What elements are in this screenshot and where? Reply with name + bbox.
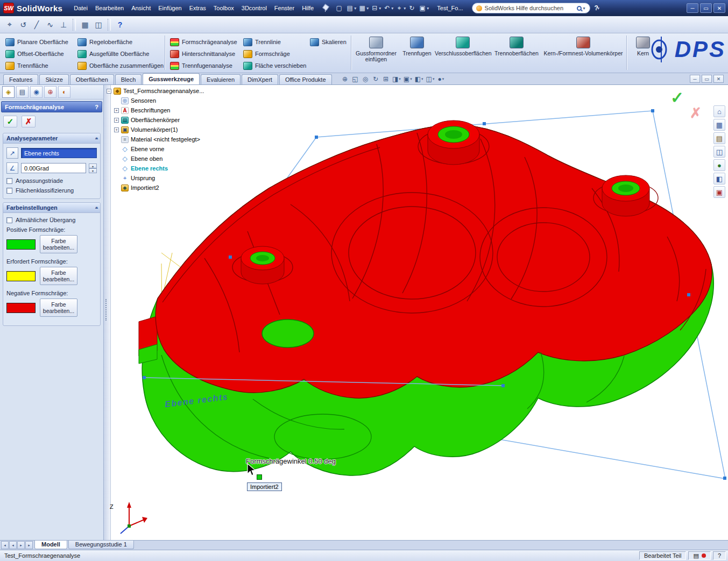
menu-fenster[interactable]: Fenster	[271, 3, 298, 13]
collapse-chevron-icon[interactable]: ▴▴	[95, 136, 97, 140]
select-dropdown-icon[interactable]: ▾	[404, 6, 406, 11]
checkbox-anpassungstriade[interactable]: Anpassungstriade	[6, 177, 97, 184]
open-icon[interactable]: ▤	[344, 3, 355, 13]
expand-icon[interactable]: +	[114, 108, 119, 113]
ribbon-item-trennlinie[interactable]: Trennlinie	[241, 36, 306, 48]
doc-close-button[interactable]: ✕	[713, 75, 724, 83]
ribbon-item-verschlussoberflaechen[interactable]: Verschlussoberflächen	[435, 36, 491, 56]
tree-item-importiert2[interactable]: ◆ Importiert2	[107, 183, 204, 193]
ribbon-item-oberflaeche-zusammenfuegen[interactable]: Oberfläche zusammenfügen	[75, 60, 166, 72]
view-orientation-icon[interactable]: ▣▾	[402, 74, 413, 84]
tab-features[interactable]: Features	[3, 74, 38, 84]
ribbon-item-flaeche-verschieben[interactable]: Fläche verschieben	[241, 60, 306, 72]
tree-item-ebene-oben[interactable]: ◇ Ebene oben	[107, 154, 204, 164]
view-palette-icon[interactable]: ◫	[713, 146, 725, 158]
undo-icon[interactable]: ↶	[381, 3, 392, 13]
configurationmanager-tab[interactable]: ◉	[30, 86, 43, 98]
viewport-cancel-button[interactable]: ✗	[690, 105, 702, 122]
propertymanager-tab[interactable]: ▤	[16, 86, 29, 98]
pan-icon[interactable]: ⊞	[381, 74, 391, 84]
tab-dimxpert[interactable]: DimXpert	[242, 74, 278, 84]
group-header-farbeinstellungen[interactable]: Farbeinstellungen ▴▴	[3, 203, 100, 213]
spin-up-button[interactable]: ▴	[89, 164, 97, 168]
expand-icon[interactable]: +	[114, 118, 119, 123]
tab-office-produkte[interactable]: Office Produkte	[279, 74, 332, 84]
spline-tool-icon[interactable]: ∿	[44, 18, 56, 31]
rotate-view-icon[interactable]: ↻	[371, 74, 380, 84]
ribbon-item-kern-formnest[interactable]: Kern-/Formnest-Volumenkörper	[542, 36, 624, 56]
status-help-cell[interactable]: ?	[713, 551, 726, 560]
window-close-button[interactable]: ✕	[713, 3, 725, 13]
tab-scroll-left-button[interactable]: ◂	[9, 541, 17, 549]
featuremanager-tab[interactable]: ◈	[2, 86, 15, 98]
menu-toolbox[interactable]: Toolbox	[210, 3, 238, 13]
appearances-icon[interactable]: ●	[713, 159, 725, 171]
tree-item-beschriftungen[interactable]: + A Beschriftungen	[107, 105, 204, 115]
edit-appearance-icon[interactable]: ●▾	[436, 74, 446, 84]
ribbon-item-formschraegeanalyse[interactable]: Formschrägeanalyse	[168, 36, 239, 48]
rebuild-icon[interactable]: ↻	[406, 3, 417, 13]
section-view-icon[interactable]: ◨▾	[391, 74, 402, 84]
save-icon[interactable]: ▦	[357, 3, 367, 13]
tab-scroll-right-button[interactable]: ▸	[17, 541, 25, 549]
select-tool-icon[interactable]: ⌖	[3, 18, 16, 31]
help-search-input[interactable]: SolidWorks Hilfe durchsuchen ▾	[472, 3, 590, 13]
rotate-sketch-icon[interactable]: ↺	[17, 18, 30, 31]
cancel-button[interactable]: ✗	[22, 116, 36, 127]
new-doc-icon[interactable]: ▢	[334, 3, 344, 13]
tree-item-ebene-rechts[interactable]: ◇ Ebene rechts	[107, 164, 204, 173]
print-icon[interactable]: ⊟	[369, 3, 380, 13]
hide-show-items-icon[interactable]: ◫▾	[425, 74, 436, 84]
scenes-icon[interactable]: ◧	[713, 173, 725, 184]
direction-reverse-icon[interactable]: ↗	[6, 147, 18, 159]
search-icon[interactable]	[577, 6, 582, 11]
tree-item-ursprung[interactable]: ⌖ Ursprung	[107, 173, 204, 183]
select-cursor-icon[interactable]: ⌖	[394, 3, 405, 13]
edit-color-negative-button[interactable]: Farbe bearbeiten...	[40, 299, 77, 317]
ribbon-item-trennflaeche[interactable]: Trennfläche	[3, 60, 74, 72]
group-header-analyseparameter[interactable]: Analyseparameter ▴▴	[3, 133, 100, 144]
design-library-icon[interactable]: ▦	[713, 119, 725, 131]
checkbox-box[interactable]	[6, 188, 12, 194]
tab-skizze[interactable]: Skizze	[39, 74, 68, 84]
ribbon-item-trennoberflaechen[interactable]: Trennoberflächen	[492, 36, 541, 56]
zoom-fit-icon[interactable]: ⊕	[340, 74, 350, 84]
pm-help-icon[interactable]: ?	[95, 104, 98, 110]
toolbar-grip[interactable]	[73, 19, 76, 31]
tab-scroll-last-button[interactable]: ▸	[25, 541, 33, 549]
menu-extras[interactable]: Extras	[186, 3, 210, 13]
doc-minimize-button[interactable]: ─	[690, 75, 700, 83]
ribbon-item-ausgefuellte-oberflaeche[interactable]: Ausgefüllte Oberfläche	[75, 48, 166, 60]
display-style-icon[interactable]: ◧▾	[414, 74, 425, 84]
tab-oberflaechen[interactable]: Oberflächen	[70, 74, 114, 84]
menu-datei[interactable]: Datei	[70, 3, 91, 13]
toolbar-grip-2[interactable]	[108, 19, 111, 31]
menu-einfuegen[interactable]: Einfügen	[154, 3, 185, 13]
custom-properties-icon[interactable]: ▣	[713, 186, 725, 198]
displaymanager-tab[interactable]: ◐	[58, 86, 70, 98]
draft-angle-input[interactable]: 0.00Grad	[21, 163, 86, 173]
tree-item-sensoren[interactable]: ◎ Sensoren	[107, 96, 204, 105]
menu-3dcontrol[interactable]: 3Dcontrol	[238, 3, 271, 13]
zoom-inout-icon[interactable]: ◎	[361, 74, 370, 84]
tree-item-volumenkoerper[interactable]: + ▣ Volumenkörper(1)	[107, 125, 204, 134]
tab-modell[interactable]: Modell	[34, 541, 67, 549]
menu-ansicht[interactable]: Ansicht	[128, 3, 154, 13]
print-dropdown-icon[interactable]: ▾	[379, 6, 381, 11]
whats-this-icon[interactable]: ?	[114, 18, 126, 31]
edit-color-positive-button[interactable]: Farbe bearbeiten...	[40, 235, 77, 253]
window-restore-button[interactable]: ▭	[700, 3, 712, 13]
ribbon-item-formschraege[interactable]: Formschräge	[241, 48, 306, 60]
tab-gusswerkzeuge[interactable]: Gusswerkzeuge	[143, 73, 200, 84]
tree-item-oberflaechenkoerper[interactable]: + ▤ Oberflächenkörper	[107, 115, 204, 125]
viewport-tool-icon[interactable]: ◫	[92, 18, 105, 31]
tab-bewegungsstudie[interactable]: Bewegungsstudie 1	[68, 541, 134, 549]
options-dropdown-icon[interactable]: ▾	[427, 6, 429, 11]
panel-splitter-grip[interactable]	[105, 299, 109, 321]
direction-of-pull-field[interactable]: Ebene rechts	[21, 148, 97, 158]
ribbon-item-trennfugen[interactable]: Trennfugen	[400, 36, 434, 56]
ribbon-item-hinterschnittanalyse[interactable]: Hinterschnittanalyse	[168, 48, 239, 60]
menu-bearbeiten[interactable]: Bearbeiten	[91, 3, 128, 13]
open-dropdown-icon[interactable]: ▾	[354, 6, 356, 11]
doc-restore-button[interactable]: ▭	[702, 75, 712, 83]
